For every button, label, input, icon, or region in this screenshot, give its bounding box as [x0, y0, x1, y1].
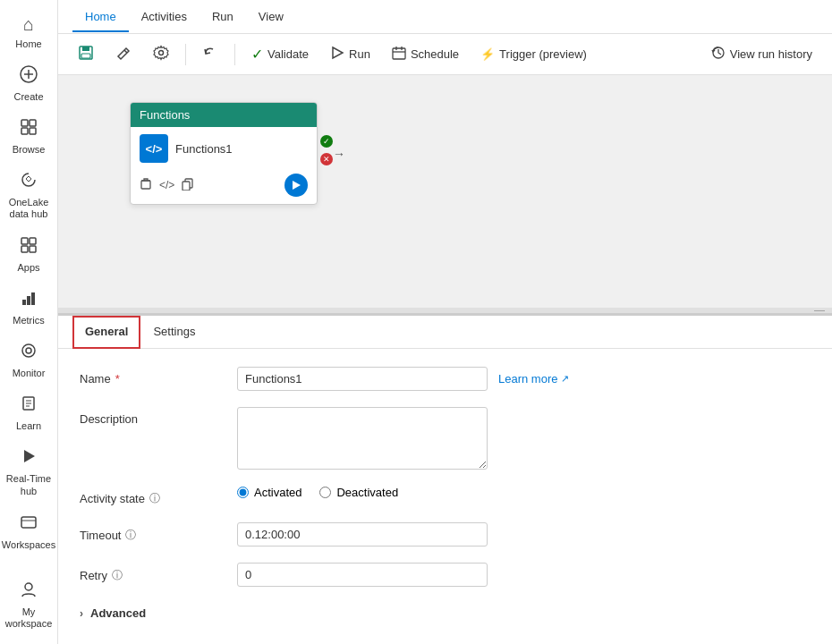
tab-view[interactable]: View: [246, 3, 296, 32]
name-input[interactable]: [237, 367, 488, 391]
tab-general[interactable]: General: [72, 316, 140, 349]
sidebar-item-metrics[interactable]: Metrics: [2, 282, 55, 333]
svg-marker-38: [293, 181, 301, 190]
deactivated-radio-label[interactable]: Deactivated: [319, 486, 398, 499]
edit-icon: [115, 45, 132, 64]
learn-icon: [20, 394, 38, 417]
sidebar-item-apps[interactable]: Apps: [2, 229, 55, 280]
activity-card-functions: Functions </> Functions1 </>: [130, 102, 318, 205]
main-content: Home Activities Run View: [58, 0, 832, 644]
validate-icon: ✓: [251, 46, 263, 63]
timeout-row: Timeout ⓘ: [80, 522, 811, 547]
deactivated-label: Deactivated: [336, 486, 398, 499]
form-content: Name * Learn more ↗ Description: [58, 349, 832, 644]
svg-rect-10: [30, 246, 36, 252]
view-run-history-button[interactable]: View run history: [702, 41, 821, 67]
required-indicator: *: [115, 372, 120, 386]
panel-tabs: General Settings: [58, 316, 832, 349]
run-button[interactable]: Run: [321, 41, 379, 67]
my-workspace-icon: [20, 580, 38, 603]
timeout-input[interactable]: [237, 522, 488, 547]
sidebar-item-browse[interactable]: Browse: [2, 111, 55, 162]
svg-point-15: [26, 348, 31, 353]
sidebar-item-create[interactable]: Create: [2, 58, 55, 109]
gear-icon: [153, 45, 169, 64]
run-label: Run: [349, 47, 370, 61]
description-row: Description: [80, 407, 811, 470]
browse-icon: [20, 118, 38, 140]
separator-1: [185, 44, 186, 65]
bottom-panel: General Settings Name * Learn more ↗: [58, 313, 832, 644]
sidebar-item-my-workspace[interactable]: Myworkspace: [2, 573, 55, 637]
svg-line-27: [124, 50, 127, 53]
code-icon[interactable]: </>: [159, 179, 174, 191]
pipeline-canvas[interactable]: Functions </> Functions1 </>: [58, 75, 832, 308]
activated-label: Activated: [254, 486, 301, 499]
activity-state-radio-group: Activated Deactivated: [237, 486, 398, 499]
advanced-label: Advanced: [90, 606, 146, 620]
activity-state-control-area: Activated Deactivated: [237, 486, 811, 499]
retry-row: Retry ⓘ: [80, 563, 811, 587]
history-icon: [711, 46, 726, 63]
error-indicator: ✕: [320, 153, 333, 165]
run-icon: [330, 46, 344, 63]
validate-button[interactable]: ✓ Validate: [242, 41, 318, 67]
tab-home[interactable]: Home: [72, 3, 129, 32]
sidebar-item-realtime[interactable]: Real-Timehub: [2, 440, 55, 504]
activity-name-label: Functions1: [175, 142, 233, 156]
description-input[interactable]: [237, 407, 488, 470]
settings-button[interactable]: [144, 40, 178, 68]
svg-rect-25: [82, 47, 89, 51]
sidebar-item-monitor[interactable]: Monitor: [2, 335, 55, 386]
sidebar-item-label: Apps: [17, 262, 39, 273]
activity-state-info-icon[interactable]: ⓘ: [149, 491, 160, 506]
copy-icon[interactable]: [182, 178, 194, 193]
learn-more-link[interactable]: Learn more ↗: [498, 372, 569, 386]
tab-activities[interactable]: Activities: [129, 3, 200, 32]
tab-settings[interactable]: Settings: [140, 316, 208, 349]
workspaces-icon: [20, 513, 38, 536]
apps-icon: [20, 236, 38, 258]
success-indicator: ✓: [320, 135, 333, 148]
activity-state-label: Activity state ⓘ: [80, 486, 223, 506]
view-run-history-label: View run history: [730, 47, 812, 61]
function-icon: </>: [146, 142, 163, 156]
trigger-button[interactable]: ⚡ Trigger (preview): [471, 43, 596, 65]
go-button[interactable]: [284, 174, 308, 197]
sidebar-item-label: Myworkspace: [5, 606, 53, 630]
sidebar-item-learn[interactable]: Learn: [2, 387, 55, 438]
svg-rect-8: [30, 238, 36, 244]
retry-control-area: [237, 563, 811, 587]
svg-rect-30: [393, 48, 405, 59]
svg-marker-20: [24, 450, 35, 462]
activated-radio[interactable]: [237, 487, 249, 498]
sidebar: ⌂ Home Create Browse OneLakedata hub App…: [0, 0, 58, 644]
sidebar-item-label: Create: [13, 91, 43, 102]
save-icon: [78, 45, 94, 64]
tab-run[interactable]: Run: [200, 3, 246, 32]
sidebar-item-home[interactable]: ⌂ Home: [2, 7, 55, 56]
svg-rect-21: [21, 517, 36, 528]
sidebar-item-onelake[interactable]: OneLakedata hub: [2, 164, 55, 227]
delete-icon[interactable]: [140, 178, 152, 193]
name-row: Name * Learn more ↗: [80, 367, 811, 391]
retry-input[interactable]: [237, 563, 488, 587]
sidebar-item-label: Home: [15, 38, 41, 49]
activated-radio-label[interactable]: Activated: [237, 486, 301, 499]
metrics-icon: [20, 289, 38, 311]
edit-button[interactable]: [106, 40, 140, 68]
sidebar-item-workspaces[interactable]: Workspaces: [2, 506, 55, 557]
deactivated-radio[interactable]: [319, 487, 331, 498]
timeout-info-icon[interactable]: ⓘ: [125, 528, 136, 543]
advanced-section[interactable]: › Advanced: [80, 603, 146, 623]
undo-button[interactable]: [193, 40, 227, 68]
retry-info-icon[interactable]: ⓘ: [112, 568, 123, 583]
activity-card-icon: </>: [140, 134, 168, 163]
save-button[interactable]: [69, 40, 103, 68]
svg-rect-4: [30, 120, 36, 126]
svg-rect-3: [21, 120, 28, 126]
svg-rect-9: [21, 246, 28, 252]
description-label: Description: [80, 407, 223, 426]
schedule-button[interactable]: Schedule: [383, 41, 468, 67]
svg-rect-13: [31, 292, 35, 305]
